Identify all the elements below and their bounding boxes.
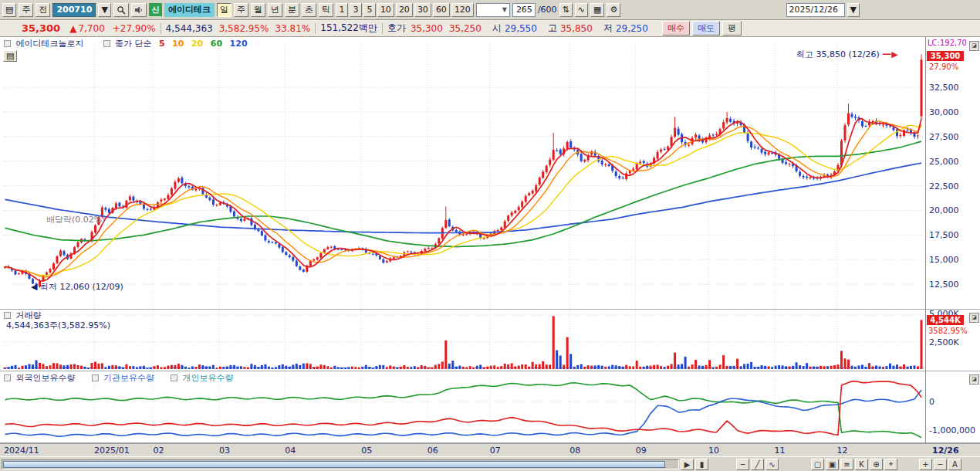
hoga-ask: 35,250 xyxy=(449,23,482,34)
interval-button[interactable]: 30 xyxy=(414,3,431,17)
chevron-down-icon: ▼ xyxy=(502,6,507,13)
bar-count-input[interactable]: 265 xyxy=(512,3,536,17)
svg-text:20,000: 20,000 xyxy=(929,205,959,215)
interval-button[interactable]: 10 xyxy=(377,3,394,17)
chart-legend: 에이디테크놀로지 종가 단순 5 10 20 60 120 xyxy=(4,39,248,49)
zoom-out-button[interactable]: − xyxy=(934,459,947,470)
zoom-group: +−A xyxy=(917,459,961,470)
compare-icon[interactable]: ⇅ xyxy=(559,3,573,17)
time-axis-label: 08 xyxy=(569,446,580,456)
period-day-button[interactable]: 일 xyxy=(217,3,231,17)
svg-text:0: 0 xyxy=(929,397,934,407)
volume-pane-expand-button[interactable]: ◪ xyxy=(969,313,979,323)
scroll-nav-group: ▶▮ xyxy=(679,459,708,470)
calendar-dropdown-icon[interactable]: ▼ xyxy=(847,3,860,17)
trend-tool[interactable]: ╱ xyxy=(751,459,764,470)
interval-combo[interactable]: ▼ xyxy=(476,3,510,17)
period-second-button[interactable]: 초 xyxy=(302,3,316,17)
svg-text:2,500K: 2,500K xyxy=(929,337,959,347)
holdings-label-institution: 기관보유수량 xyxy=(103,373,154,383)
legend-ma10: 10 xyxy=(172,39,184,49)
current-volume-tag: 4,544K xyxy=(927,315,964,325)
current-pct-tag: 27,90% xyxy=(929,63,958,72)
chart-tool-group: ▢▣≡K⊕⌖ xyxy=(809,459,897,470)
interval-button[interactable]: 120 xyxy=(451,3,474,17)
time-axis-label: 2024/11 xyxy=(4,446,39,456)
line-tool[interactable]: ─ xyxy=(736,459,749,470)
period-month-button[interactable]: 월 xyxy=(251,3,265,17)
legend-bullet-icon xyxy=(103,40,110,47)
svg-text:25,000: 25,000 xyxy=(929,157,959,167)
crosshair-tool[interactable]: ⌖ xyxy=(884,459,897,470)
font-size-button[interactable]: A xyxy=(948,459,961,470)
legend-bullet-icon xyxy=(171,374,177,381)
svg-text:15,000: 15,000 xyxy=(929,255,959,265)
window-icon[interactable]: ▤ xyxy=(2,3,16,17)
pattern-tool[interactable]: ▣ xyxy=(826,459,839,470)
list-tool[interactable]: ≡ xyxy=(840,459,853,470)
scroll-mode-button[interactable]: ▮ xyxy=(695,459,708,470)
svg-text:32,500: 32,500 xyxy=(929,83,959,93)
svg-text:12,500: 12,500 xyxy=(929,280,959,290)
code-dropdown-icon[interactable]: ▼ xyxy=(98,3,110,17)
drawing-icon[interactable]: ∿ xyxy=(575,3,588,17)
interval-button[interactable]: 3 xyxy=(350,3,362,17)
stock-code-input[interactable]: 200710 xyxy=(52,3,96,17)
svg-text:-1,000,000: -1,000,000 xyxy=(929,425,975,435)
interval-button[interactable]: 20 xyxy=(396,3,413,17)
lc-label: LC:192,70 xyxy=(928,39,967,48)
data-table-icon[interactable]: ▤ xyxy=(3,50,17,62)
high-value: 35,850 xyxy=(560,23,593,34)
sell-button[interactable]: 매도 xyxy=(692,21,720,36)
chart-toolbar: ▤ 주 전 200710 ▼ 신 에이디테크 일 주 월 년 분 초 틱 135… xyxy=(0,0,980,20)
grid-style-icon[interactable]: ▦ xyxy=(590,3,604,17)
legend-bullet-icon xyxy=(4,374,11,381)
current-price-tag: 35,300 xyxy=(927,51,964,61)
period-year-button[interactable]: 년 xyxy=(268,3,282,17)
avg-button[interactable]: 평 xyxy=(722,21,742,36)
target-tool[interactable]: ⊕ xyxy=(870,459,883,470)
stock-name-field[interactable]: 에이디테크 xyxy=(164,3,215,17)
interval-button[interactable]: 1 xyxy=(336,3,348,17)
date-field[interactable]: 2025/12/26 xyxy=(786,3,845,17)
chart-scrollbar[interactable] xyxy=(2,459,679,469)
k-chart-tool[interactable]: K xyxy=(855,459,868,470)
holdings-legend: 외국인보유수량 기관보유수량 개인보유수량 xyxy=(4,374,234,383)
period-tick-button[interactable]: 틱 xyxy=(319,3,333,17)
holdings-pane-expand-button[interactable]: ◪ xyxy=(969,374,979,385)
buy-button[interactable]: 매수 xyxy=(662,21,690,36)
prev-stock-button[interactable]: 전 xyxy=(35,3,50,17)
axis-end-date: 12/26 xyxy=(932,446,959,456)
hoga-label: 호가 xyxy=(387,22,406,35)
settings-gear-icon[interactable]: ⚙ xyxy=(607,3,620,17)
search-icon[interactable] xyxy=(113,3,129,17)
price-info-bar: 35,300 ▲ 7,700 +27.90% 4,544,363 3,582.9… xyxy=(0,20,980,37)
time-axis-label: 02 xyxy=(153,446,164,456)
box-tool[interactable]: ▢ xyxy=(811,459,824,470)
scrollbar-thumb[interactable] xyxy=(3,461,665,468)
stock-type-button[interactable]: 주 xyxy=(19,3,33,17)
time-axis-label: 06 xyxy=(427,446,438,456)
legend-ma20: 20 xyxy=(191,39,203,49)
volume-ratio: 3,582.95% xyxy=(219,23,269,34)
volume-subtitle: 4,544,363주(3,582.95%) xyxy=(6,321,110,330)
scroll-right-button[interactable]: ▶ xyxy=(681,459,694,470)
change-value: 7,700 xyxy=(78,23,104,34)
period-minute-button[interactable]: 분 xyxy=(285,3,299,17)
zoom-in-button[interactable]: + xyxy=(919,459,932,470)
time-axis-label: 12 xyxy=(837,446,848,456)
interval-button[interactable]: 5 xyxy=(363,3,376,17)
time-axis-label: 07 xyxy=(490,446,501,456)
credit-badge: 신 xyxy=(149,3,162,16)
line-tool-group: ─╱∿ xyxy=(735,459,779,470)
holdings-label-foreign: 외국인보유수량 xyxy=(16,373,76,383)
svg-text:30,000: 30,000 xyxy=(929,107,959,117)
interval-button[interactable]: 60 xyxy=(433,3,450,17)
price-pane-expand-button[interactable]: ◪ xyxy=(969,41,979,51)
time-axis-label: 04 xyxy=(285,446,296,456)
speaker-icon[interactable] xyxy=(131,3,147,17)
period-week-button[interactable]: 주 xyxy=(234,3,248,17)
time-axis-label: 09 xyxy=(636,446,647,456)
bar-total-label: /600 xyxy=(538,5,557,15)
wave-tool[interactable]: ∿ xyxy=(765,459,779,470)
